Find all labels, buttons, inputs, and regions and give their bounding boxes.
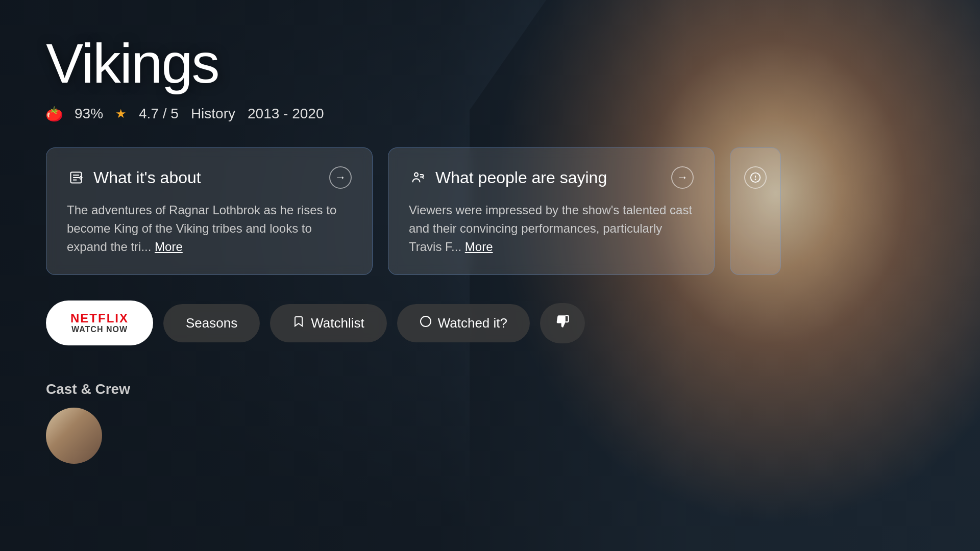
people-saying-card-arrow[interactable]: → bbox=[671, 166, 694, 189]
about-card-title: What it's about bbox=[93, 168, 201, 187]
years: 2013 - 2020 bbox=[248, 106, 324, 122]
people-saying-card-header-left: What people are saying bbox=[409, 168, 607, 187]
info-cards-row: What it's about → The adventures of Ragn… bbox=[46, 147, 934, 275]
cast-crew-section: Cast & Crew bbox=[46, 381, 934, 464]
watched-it-label: Watched it? bbox=[438, 315, 507, 331]
action-buttons-row: NETFLIX WATCH NOW Seasons Watchlist Watc… bbox=[46, 300, 934, 345]
dislike-button[interactable] bbox=[540, 303, 585, 343]
show-title: Vikings bbox=[46, 31, 934, 95]
people-saying-card[interactable]: What people are saying → Viewers were im… bbox=[388, 147, 715, 275]
people-saying-more-link[interactable]: More bbox=[465, 240, 493, 254]
star-rating: 4.7 / 5 bbox=[139, 106, 179, 122]
people-saying-card-text: Viewers were impressed by the show's tal… bbox=[409, 201, 694, 256]
svg-point-9 bbox=[421, 316, 431, 327]
third-card-preview[interactable] bbox=[730, 147, 781, 275]
people-saying-card-header: What people are saying → bbox=[409, 166, 694, 189]
cast-crew-title: Cast & Crew bbox=[46, 381, 934, 397]
seasons-button[interactable]: Seasons bbox=[163, 304, 260, 342]
watchlist-label: Watchlist bbox=[311, 315, 364, 331]
netflix-watch-now-button[interactable]: NETFLIX WATCH NOW bbox=[46, 300, 153, 345]
about-card-header-left: What it's about bbox=[67, 168, 201, 187]
rotten-tomatoes-score: 93% bbox=[75, 106, 103, 122]
thumbs-down-icon bbox=[555, 314, 570, 332]
about-icon bbox=[67, 168, 85, 187]
avatar-row bbox=[46, 408, 934, 464]
genre: History bbox=[191, 106, 235, 122]
about-card-header: What it's about → bbox=[67, 166, 352, 189]
about-card[interactable]: What it's about → The adventures of Ragn… bbox=[46, 147, 373, 275]
about-card-text: The adventures of Ragnar Lothbrok as he … bbox=[67, 201, 352, 256]
netflix-label: NETFLIX bbox=[70, 312, 129, 325]
cast-avatar-1[interactable] bbox=[46, 408, 102, 464]
about-card-arrow[interactable]: → bbox=[329, 166, 352, 189]
seasons-label: Seasons bbox=[186, 315, 237, 331]
netflix-sub-label: WATCH NOW bbox=[71, 325, 128, 334]
meta-row: 🍅 93% ★ 4.7 / 5 History 2013 - 2020 bbox=[46, 106, 934, 122]
main-content: Vikings 🍅 93% ★ 4.7 / 5 History 2013 - 2… bbox=[0, 0, 980, 551]
svg-point-8 bbox=[755, 179, 756, 180]
svg-point-4 bbox=[414, 173, 418, 177]
tomato-icon: 🍅 bbox=[46, 106, 62, 122]
watched-it-button[interactable]: Watched it? bbox=[397, 304, 530, 342]
watchlist-icon bbox=[292, 315, 305, 331]
watched-it-icon bbox=[420, 315, 432, 331]
about-more-link[interactable]: More bbox=[155, 240, 183, 254]
star-icon: ★ bbox=[115, 107, 127, 121]
third-card-icon bbox=[744, 166, 767, 189]
people-icon bbox=[409, 168, 427, 187]
watchlist-button[interactable]: Watchlist bbox=[270, 304, 387, 342]
people-saying-card-title: What people are saying bbox=[435, 168, 607, 187]
